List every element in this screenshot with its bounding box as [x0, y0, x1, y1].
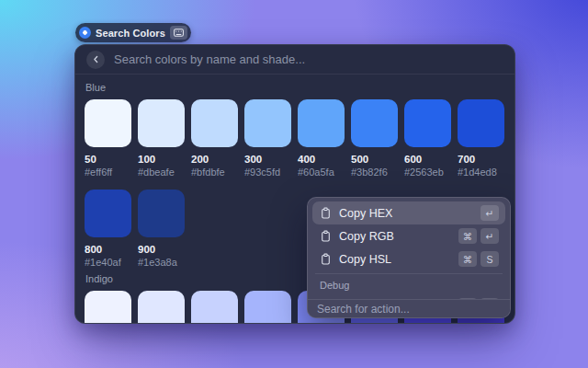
action-menu-item[interactable]: Copy RGB ⌘↵	[312, 224, 505, 247]
color-swatch[interactable]	[244, 99, 291, 147]
color-swatch[interactable]	[85, 99, 131, 147]
color-swatch[interactable]	[85, 291, 131, 324]
color-swatch[interactable]	[138, 291, 185, 324]
swatch-shade-label: 500	[351, 154, 398, 165]
swatch-shade-label: 100	[138, 154, 185, 165]
color-swatch-cell[interactable]	[85, 291, 131, 324]
keyboard-icon	[170, 26, 187, 40]
swatch-shade-label: 700	[458, 154, 504, 165]
swatch-hex-label: #93c5fd	[244, 167, 291, 178]
color-swatch-cell[interactable]: 500 #3b82f6	[351, 99, 398, 178]
menu-section-label: Debug	[312, 277, 505, 294]
color-swatch[interactable]	[85, 190, 131, 237]
swatch-hex-label: #3b82f6	[351, 167, 398, 178]
action-menu-item-label: Copy HSL	[339, 253, 391, 266]
swatch-shade-label: 600	[404, 154, 451, 165]
raycast-window: Blue 50 #eff6ff 100 #dbeafe 200 #bfdbfe …	[74, 44, 515, 324]
section-label: Blue	[85, 82, 504, 93]
action-panel: Copy HEX ↵ Copy RGB ⌘↵ Copy HSL ⌘S Debug	[307, 197, 511, 318]
swatch-hex-label: #1e3a8a	[138, 257, 185, 268]
color-swatch[interactable]	[191, 291, 238, 324]
action-menu-item-label: Copy RGB	[339, 230, 394, 243]
shortcut-key: ⌘	[458, 228, 477, 244]
action-search-input[interactable]	[317, 303, 501, 316]
command-chip-label: Search Colors	[96, 28, 165, 39]
color-swatch[interactable]	[404, 99, 451, 147]
chevron-left-icon	[91, 54, 101, 64]
action-menu-item[interactable]: Copy HSL ⌘S	[312, 247, 505, 270]
color-swatch-cell[interactable]: 50 #eff6ff	[85, 99, 131, 178]
swatch-hex-label: #bfdbfe	[191, 167, 238, 178]
action-menu-item-label: Copy HEX	[339, 207, 392, 220]
clipboard-icon	[319, 253, 332, 265]
search-input[interactable]	[114, 52, 503, 66]
shortcut-key: ↵	[481, 228, 499, 244]
color-swatch-cell[interactable]	[138, 291, 185, 324]
swatch-hex-label: #60a5fa	[298, 167, 345, 178]
color-swatch-cell[interactable]	[191, 291, 238, 324]
color-swatch[interactable]	[298, 99, 345, 147]
color-swatch[interactable]	[458, 99, 504, 147]
swatch-hex-label: #1e40af	[85, 257, 131, 268]
clipboard-icon	[319, 207, 332, 219]
shortcut-keys: ⌘↵	[458, 228, 499, 244]
action-menu-item[interactable]: Copy HEX ↵	[312, 201, 505, 224]
color-swatch-cell[interactable]: 700 #1d4ed8	[458, 99, 504, 178]
back-button[interactable]	[86, 51, 105, 69]
color-swatch-cell[interactable]: 900 #1e3a8a	[138, 190, 185, 268]
desktop-background: Search Colors Blue 50 #eff6ff	[0, 0, 588, 368]
color-swatch-cell[interactable]: 400 #60a5fa	[298, 99, 345, 178]
shortcut-key: ⌘	[458, 251, 477, 267]
color-swatch-cell[interactable]: 800 #1e40af	[85, 190, 131, 268]
color-swatch[interactable]	[138, 190, 185, 237]
swatch-hex-label: #dbeafe	[138, 167, 185, 178]
color-swatch[interactable]	[191, 99, 238, 147]
swatch-shade-label: 200	[191, 154, 238, 165]
shortcut-key: S	[481, 251, 499, 267]
color-swatch[interactable]	[138, 99, 185, 147]
search-bar	[75, 45, 514, 75]
swatch-shade-label: 50	[85, 154, 131, 165]
clipboard-icon	[319, 230, 332, 242]
swatch-shade-label: 400	[298, 154, 345, 165]
color-swatch[interactable]	[244, 291, 291, 324]
swatch-shade-label: 900	[138, 244, 185, 255]
color-swatch-cell[interactable]: 200 #bfdbfe	[191, 99, 238, 178]
color-swatch[interactable]	[351, 99, 398, 147]
extension-icon	[79, 27, 91, 39]
swatch-hex-label: #1d4ed8	[458, 167, 504, 178]
color-swatch-cell[interactable]	[244, 291, 291, 324]
command-chip[interactable]: Search Colors	[75, 23, 191, 42]
swatch-hex-label: #2563eb	[404, 167, 451, 178]
swatch-hex-label: #eff6ff	[85, 167, 131, 178]
shortcut-keys: ⌘S	[458, 251, 499, 267]
shortcut-keys: ↵	[481, 205, 499, 221]
shortcut-key: ↵	[481, 205, 499, 221]
swatch-shade-label: 300	[244, 154, 291, 165]
color-swatch-cell[interactable]: 600 #2563eb	[404, 99, 451, 178]
color-swatch-cell[interactable]: 100 #dbeafe	[138, 99, 185, 178]
action-panel-footer	[308, 299, 510, 317]
color-swatch-cell[interactable]: 300 #93c5fd	[244, 99, 291, 178]
menu-divider	[315, 273, 503, 274]
swatch-shade-label: 800	[85, 244, 131, 255]
